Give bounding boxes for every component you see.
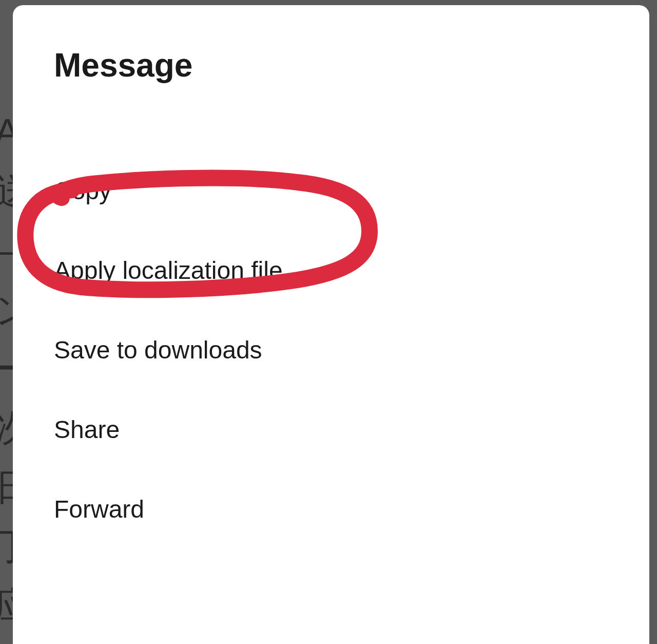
menu-item-forward[interactable]: Forward [54, 469, 608, 549]
menu-item-apply-localization-file[interactable]: Apply localization file [54, 231, 608, 310]
menu-item-copy[interactable]: Copy [54, 151, 608, 231]
modal-title: Message [54, 46, 608, 84]
menu-list: Copy Apply localization file Save to dow… [54, 151, 608, 549]
message-context-menu: Message Copy Apply localization file Sav… [13, 5, 649, 644]
menu-item-share[interactable]: Share [54, 390, 608, 469]
menu-item-save-to-downloads[interactable]: Save to downloads [54, 310, 608, 390]
